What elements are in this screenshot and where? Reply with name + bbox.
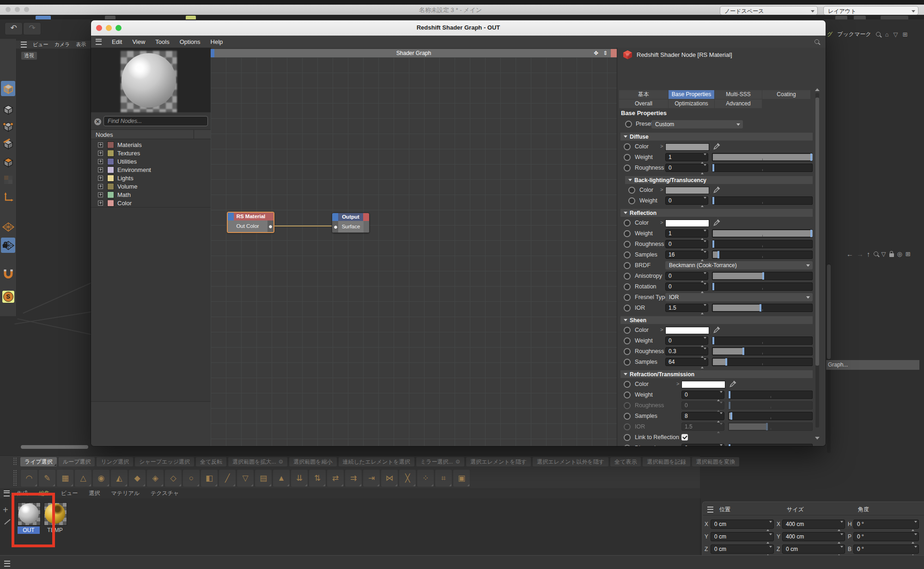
tab-base-properties[interactable]: Base Properties	[669, 90, 714, 99]
tree-item-math[interactable]: Math	[91, 190, 211, 199]
param-enable-radio[interactable]	[624, 392, 631, 398]
add-panel-icon[interactable]: ⊞	[906, 251, 911, 257]
scroll-down-icon[interactable]	[815, 437, 820, 440]
toolbar-drag-handle[interactable]	[13, 457, 17, 466]
param-value-input[interactable]: 0	[665, 282, 708, 291]
stepper-icon[interactable]	[717, 424, 723, 432]
move-panel-icon[interactable]: ✥	[594, 49, 598, 57]
tab-overall[interactable]: Overall	[619, 99, 668, 108]
param-enable-radio[interactable]	[624, 273, 631, 280]
param-slider[interactable]	[712, 347, 813, 355]
eyedropper-icon[interactable]	[713, 143, 720, 152]
slider-handle[interactable]	[729, 391, 730, 398]
param-enable-radio[interactable]	[624, 402, 631, 409]
port-arrow-icon[interactable]: >	[676, 381, 679, 386]
menubar-item-edit[interactable]: Edit	[112, 38, 122, 45]
param-enable-radio[interactable]	[624, 220, 631, 226]
lock-icon[interactable]	[889, 253, 894, 257]
node-preview-tab[interactable]	[228, 213, 234, 220]
slider-handle[interactable]	[730, 412, 732, 420]
tab-選択[interactable]: 選択	[89, 489, 100, 497]
param-enable-radio[interactable]	[624, 283, 631, 290]
color-swatch[interactable]	[665, 220, 709, 227]
input-port[interactable]	[332, 221, 338, 232]
coord-input-位置-X[interactable]: 0 cm	[711, 520, 774, 529]
up-arrow-icon[interactable]: ↑	[867, 250, 870, 258]
expand-icon[interactable]	[98, 184, 103, 189]
param-enable-radio[interactable]	[624, 230, 631, 237]
shader-graph-canvas[interactable]: RS Material Out Color Output Surface	[211, 57, 617, 446]
select-tool-[interactable]: ループ選択	[59, 457, 95, 466]
scrollbar-thumb[interactable]	[815, 98, 819, 366]
tab-optimizations[interactable]: Optimizations	[669, 99, 714, 108]
port-arrow-icon[interactable]: >	[660, 220, 663, 225]
preset-dropdown[interactable]: Custom	[651, 120, 743, 128]
stepper-icon[interactable]	[717, 392, 723, 400]
param-enable-radio[interactable]	[624, 413, 631, 420]
bookmark-label[interactable]: ブックマーク	[837, 31, 871, 38]
tree-item-materials[interactable]: Materials	[91, 141, 211, 149]
column-divider[interactable]	[194, 130, 194, 139]
param-enable-radio[interactable]	[625, 121, 632, 128]
slider-handle[interactable]	[766, 423, 768, 430]
slider-handle[interactable]	[760, 304, 761, 312]
viewport-menu-item[interactable]: ビュー	[33, 41, 49, 48]
redo-button[interactable]: ↷	[23, 22, 41, 35]
section-header-sheen[interactable]: Sheen	[620, 316, 813, 324]
expand-icon[interactable]	[98, 201, 103, 206]
section-header-refraction[interactable]: Refraction/Transmission	[620, 370, 813, 378]
stepper-icon[interactable]	[912, 522, 917, 530]
rs-material-node[interactable]: RS Material Out Color	[227, 212, 274, 233]
param-value-input[interactable]: 64	[665, 358, 708, 366]
param-slider[interactable]	[712, 337, 813, 345]
tab-基本[interactable]: 基本	[619, 90, 668, 99]
tool-icon[interactable]: ⇅	[309, 469, 326, 487]
shader-graph-button-clipped[interactable]: Graph...	[826, 360, 919, 370]
stepper-icon[interactable]	[912, 534, 917, 543]
search-icon[interactable]	[815, 39, 819, 44]
scrollbar-thumb[interactable]	[827, 264, 831, 359]
param-slider[interactable]	[712, 240, 813, 248]
uv-mode-icon[interactable]	[1, 172, 15, 187]
coord-input-サイズ-Z[interactable]: 0 cm	[782, 545, 845, 554]
perspective-badge[interactable]: 透視	[21, 52, 37, 60]
param-enable-radio[interactable]	[624, 327, 631, 334]
search-icon[interactable]	[876, 32, 881, 37]
menubar-item-view[interactable]: View	[132, 38, 145, 45]
slider-handle[interactable]	[762, 272, 764, 280]
stepper-icon[interactable]	[717, 414, 723, 421]
expand-icon[interactable]	[98, 167, 103, 172]
slider-handle[interactable]	[717, 251, 719, 258]
snap-magnet-icon[interactable]	[1, 266, 15, 281]
param-enable-radio[interactable]	[624, 262, 631, 269]
tool-icon[interactable]: ⌗	[435, 469, 452, 487]
clear-search-icon[interactable]: ✕	[94, 118, 101, 125]
param-slider[interactable]	[712, 153, 813, 161]
param-slider[interactable]	[728, 412, 813, 420]
slider-handle[interactable]	[742, 348, 744, 355]
tool-icon[interactable]: ╳	[399, 469, 416, 487]
tool-icon[interactable]: ▤	[255, 469, 272, 487]
param-value-input[interactable]: 0	[665, 272, 708, 280]
tree-item-volume[interactable]: Volume	[91, 182, 211, 190]
home-icon[interactable]: ⌂	[885, 31, 889, 38]
expand-icon[interactable]	[98, 159, 103, 164]
forward-arrow-icon[interactable]: →	[857, 250, 863, 258]
param-enable-radio[interactable]	[624, 423, 631, 430]
param-enable-radio[interactable]	[624, 154, 631, 161]
param-slider[interactable]	[712, 304, 813, 312]
viewport-menu-item[interactable]: 表示	[76, 41, 86, 48]
filter-icon[interactable]: ▽	[894, 31, 898, 38]
gear-icon[interactable]: ⚙	[279, 457, 284, 466]
tab-テクスチャ[interactable]: テクスチャ	[151, 489, 179, 497]
param-slider[interactable]	[712, 196, 813, 205]
gear-icon[interactable]: ⚙	[455, 457, 460, 466]
eyedropper-icon[interactable]	[713, 326, 720, 335]
select-tool-[interactable]: リング選択	[97, 457, 133, 466]
stepper-icon[interactable]	[717, 403, 723, 410]
port-arrow-icon[interactable]: >	[660, 327, 663, 332]
param-value-input[interactable]: 0.3	[665, 347, 708, 355]
param-enable-radio[interactable]	[628, 197, 635, 204]
param-value-input[interactable]: 1	[665, 229, 708, 238]
stepper-icon[interactable]	[838, 534, 843, 543]
